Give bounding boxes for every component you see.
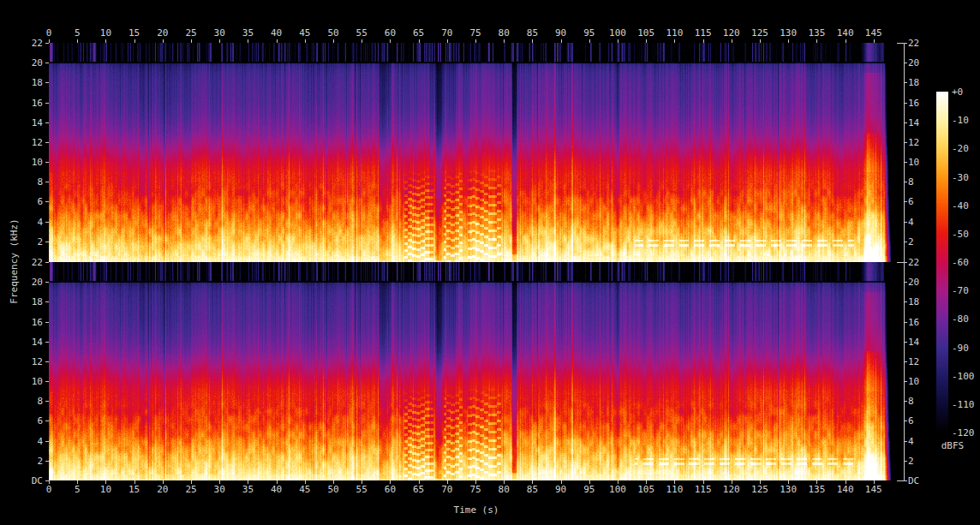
tick-mark [45,361,49,362]
freq-tick-label: DC [908,474,919,486]
tick-mark [45,162,49,163]
time-tick-label: 105 [637,484,654,495]
freq-tick-label: 8 [908,396,914,407]
tick-mark [45,421,49,421]
time-tick-label: 20 [157,27,168,39]
freq-tick-label: 14 [908,336,919,347]
tick-mark [45,262,49,263]
time-tick-label: 40 [271,484,282,495]
time-tick-label: 55 [356,27,368,39]
freq-tick-label: 22 [908,38,919,49]
tick-mark [504,480,505,484]
tick-mark [49,39,50,43]
tick-mark [504,39,505,43]
time-tick-label: 115 [695,27,712,39]
tick-mark [305,39,306,43]
tick-mark [703,480,704,484]
freq-tick-label: 14 [0,336,43,347]
freq-tick-label: 6 [0,415,43,427]
freq-tick-label: 6 [908,196,914,207]
time-tick-label: 65 [413,27,424,39]
spectrogram-figure: Frequency (kHz) 051015202530354045505560… [0,0,980,525]
freq-tick-label: 22 [0,257,43,268]
time-tick-label: 130 [780,484,797,495]
freq-tick-label: 14 [0,116,43,128]
time-tick-label: 55 [356,484,368,495]
time-tick-label: 25 [185,484,196,495]
tick-mark [45,182,49,182]
time-tick-label: 95 [583,27,595,39]
tick-mark [163,480,164,484]
tick-mark [846,39,846,43]
time-tick-label: 10 [100,484,111,495]
time-tick-label: 75 [469,484,481,495]
tick-mark [447,39,448,43]
tick-mark [134,480,135,484]
time-tick-label: 70 [441,27,452,39]
freq-tick-label: 10 [908,376,919,387]
time-tick-label: 45 [299,27,310,39]
time-tick-label: 75 [469,27,481,39]
db-tick-label: +0 [952,87,963,98]
tick-mark [419,480,420,484]
time-tick-label: 110 [666,484,683,495]
tick-mark [419,39,420,43]
freq-tick-label: 4 [0,216,43,227]
time-tick-label: 80 [499,484,510,495]
time-tick-label: 10 [100,27,111,39]
time-tick-label: 35 [242,484,254,495]
tick-mark [45,301,49,302]
tick-mark [532,480,533,484]
time-tick-label: 60 [385,27,396,39]
tick-mark [45,142,49,143]
tick-mark [45,342,49,343]
time-tick-label: 120 [723,484,740,495]
tick-mark [390,39,391,43]
time-tick-label: 80 [499,27,510,39]
tick-mark [646,480,647,484]
freq-tick-label: 12 [0,355,43,367]
freq-tick-label: 20 [908,57,919,69]
tick-mark [45,122,49,123]
freq-tick-label: 10 [0,157,43,168]
tick-mark [45,381,49,382]
db-tick-label: -110 [952,398,975,409]
spectrogram-channel-2 [49,262,904,480]
freq-tick-label: 14 [908,116,919,128]
time-tick-label: 85 [527,27,538,39]
time-tick-label: 90 [555,484,566,495]
tick-mark [703,39,704,43]
freq-tick-label: 2 [908,236,914,247]
db-tick-label: -60 [952,257,969,268]
freq-tick-label: 20 [0,57,43,69]
freq-tick-label: 18 [908,296,919,307]
time-tick-label: 60 [385,484,396,495]
tick-mark [561,480,562,484]
tick-mark [277,480,278,484]
tick-mark [674,480,675,484]
time-tick-label: 125 [751,27,768,39]
freq-tick-label: 16 [0,316,43,327]
time-tick-label: 0 [46,27,52,39]
tick-mark [618,480,618,484]
db-tick-label: -100 [952,370,975,381]
tick-mark [49,480,50,484]
time-tick-label: 135 [808,484,825,495]
time-tick-label: 70 [441,484,452,495]
time-tick-label: 30 [214,27,225,39]
tick-mark [561,39,562,43]
freq-tick-label: 2 [0,455,43,466]
tick-mark [305,480,306,484]
time-tick-label: 50 [327,484,338,495]
time-tick-label: 120 [723,27,740,39]
tick-mark [45,322,49,323]
time-tick-label: 100 [609,484,626,495]
tick-mark [45,242,49,242]
freq-tick-label: 10 [0,376,43,387]
tick-mark [589,39,590,43]
freq-tick-label: 8 [0,396,43,407]
freq-tick-label: 20 [0,277,43,288]
freq-tick-label: 18 [0,296,43,307]
time-tick-label: 100 [609,27,626,39]
tick-mark [45,441,49,442]
